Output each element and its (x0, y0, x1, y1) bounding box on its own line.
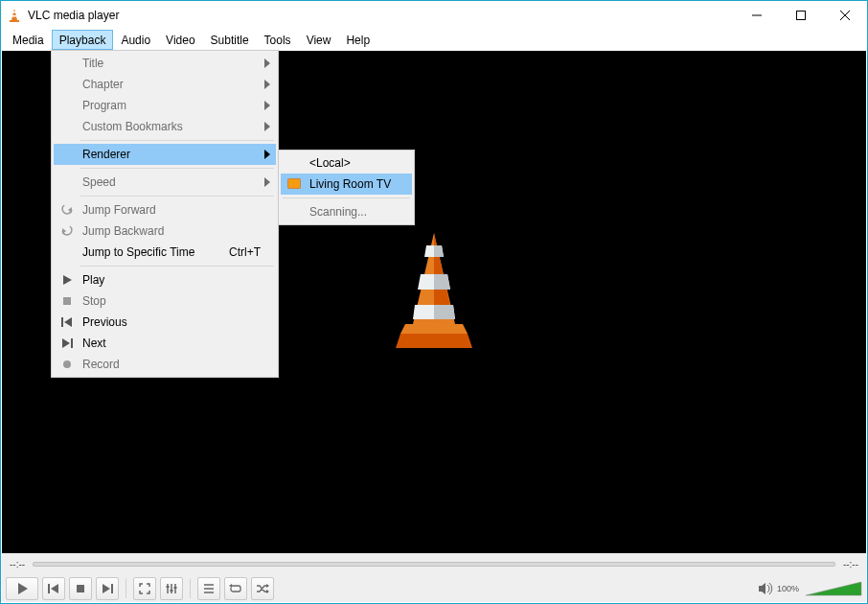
menu-item-title[interactable]: Title (54, 53, 276, 74)
menu-audio[interactable]: Audio (113, 30, 158, 50)
svg-rect-5 (797, 12, 806, 20)
submenu-arrow-icon (264, 58, 270, 68)
menu-playback[interactable]: Playback (52, 30, 114, 50)
stop-icon (59, 293, 75, 309)
seek-slider[interactable] (33, 562, 835, 567)
volume-percent: 100% (777, 584, 799, 593)
svg-marker-19 (264, 58, 270, 68)
submenu-arrow-icon (264, 122, 270, 131)
window-controls (735, 1, 867, 30)
menubar: Media Playback Audio Video Subtitle Tool… (1, 30, 867, 50)
menu-item-jump-backward[interactable]: Jump Backward (54, 221, 276, 242)
submenu-item-scanning: Scanning... (281, 201, 412, 222)
previous-icon (59, 314, 75, 330)
menu-tools[interactable]: Tools (257, 30, 299, 50)
volume-slider[interactable] (805, 580, 862, 597)
menu-separator (80, 266, 274, 267)
svg-marker-27 (63, 275, 72, 285)
svg-marker-24 (264, 177, 270, 187)
svg-marker-31 (62, 338, 70, 348)
menu-separator (80, 196, 274, 197)
svg-marker-52 (266, 590, 269, 593)
maximize-button[interactable] (779, 1, 823, 30)
svg-rect-28 (63, 297, 71, 305)
menu-item-jump-specific[interactable]: Jump to Specific Time Ctrl+T (54, 242, 276, 263)
svg-rect-34 (288, 179, 301, 189)
svg-rect-38 (77, 585, 84, 592)
submenu-arrow-icon (264, 80, 270, 89)
menu-item-renderer[interactable]: Renderer (54, 144, 276, 165)
time-elapsed: --:-- (10, 559, 25, 569)
menu-subtitle[interactable]: Subtitle (203, 30, 257, 50)
menu-item-chapter[interactable]: Chapter (54, 74, 276, 95)
svg-marker-20 (264, 80, 270, 89)
menu-item-previous[interactable]: Previous (54, 312, 276, 333)
menu-item-program[interactable]: Program (54, 95, 276, 116)
play-button[interactable] (6, 577, 38, 600)
menu-item-jump-forward[interactable]: Jump Forward (54, 199, 276, 221)
svg-marker-18 (434, 305, 455, 319)
svg-marker-10 (400, 324, 468, 334)
menu-separator (283, 197, 410, 198)
next-icon (59, 336, 75, 351)
menu-item-speed[interactable]: Speed (54, 172, 276, 193)
playback-dropdown: Title Chapter Program Custom Bookmarks R… (51, 50, 279, 378)
menu-media[interactable]: Media (5, 30, 52, 50)
svg-rect-29 (61, 317, 63, 327)
renderer-submenu: <Local> Living Room TV Scanning... (278, 150, 415, 225)
svg-marker-30 (64, 317, 72, 327)
svg-rect-45 (171, 590, 173, 592)
jump-backward-icon (59, 223, 75, 239)
menu-item-play[interactable]: Play (54, 269, 276, 290)
svg-rect-32 (71, 338, 73, 348)
close-button[interactable] (823, 1, 867, 30)
svg-marker-17 (434, 274, 450, 290)
svg-marker-51 (266, 584, 269, 588)
speaker-icon[interactable] (758, 582, 773, 595)
shuffle-button[interactable] (251, 577, 274, 600)
minimize-button[interactable] (735, 1, 779, 30)
playlist-button[interactable] (197, 577, 220, 600)
jump-forward-icon (59, 202, 75, 218)
next-button[interactable] (96, 577, 119, 600)
prev-button[interactable] (42, 577, 65, 600)
menu-item-bookmarks[interactable]: Custom Bookmarks (54, 116, 276, 137)
controls-toolbar: 100% (2, 574, 866, 602)
svg-marker-39 (103, 584, 110, 593)
svg-marker-37 (51, 584, 58, 593)
svg-marker-0 (11, 9, 17, 20)
fullscreen-button[interactable] (133, 577, 156, 600)
ext-settings-button[interactable] (160, 577, 183, 600)
app-icon (7, 8, 22, 23)
svg-marker-23 (264, 150, 270, 159)
menu-item-next[interactable]: Next (54, 333, 276, 354)
svg-rect-1 (10, 20, 19, 22)
vlc-cone-logo (377, 228, 491, 362)
play-icon (59, 272, 75, 288)
svg-marker-54 (806, 582, 861, 595)
titlebar: VLC media player (1, 1, 867, 30)
loop-button[interactable] (224, 577, 247, 600)
svg-rect-44 (167, 586, 170, 588)
svg-rect-3 (12, 15, 17, 17)
menu-item-record[interactable]: Record (54, 354, 276, 375)
menu-separator (80, 140, 274, 141)
menu-separator (80, 168, 274, 169)
svg-rect-40 (111, 584, 113, 593)
separator (190, 579, 191, 598)
menu-view[interactable]: View (299, 30, 339, 50)
svg-rect-36 (48, 584, 50, 593)
submenu-arrow-icon (264, 101, 270, 110)
shortcut-label: Ctrl+T (229, 245, 261, 259)
separator (126, 579, 126, 598)
menu-item-stop[interactable]: Stop (54, 290, 276, 312)
menu-video[interactable]: Video (158, 30, 202, 50)
progress-bar: --:-- --:-- (2, 553, 866, 574)
submenu-item-living-room[interactable]: Living Room TV (281, 174, 412, 195)
svg-marker-22 (264, 122, 270, 131)
stop-button[interactable] (69, 577, 92, 600)
menu-help[interactable]: Help (338, 30, 377, 50)
svg-marker-9 (396, 334, 472, 348)
submenu-item-local[interactable]: <Local> (281, 152, 412, 174)
svg-point-33 (63, 360, 71, 368)
